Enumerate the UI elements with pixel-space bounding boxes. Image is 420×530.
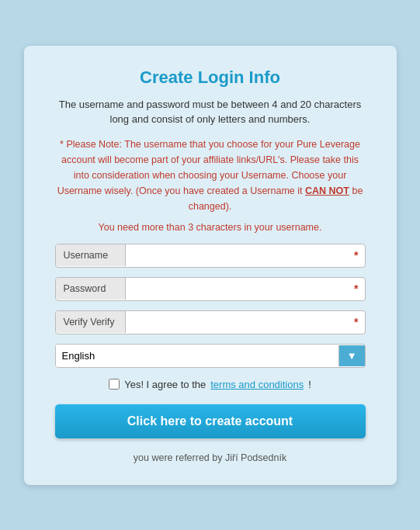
page-title: Create Login Info: [55, 68, 366, 88]
terms-label-prefix: Yes! I agree to the: [124, 379, 206, 390]
verify-required-star: *: [348, 316, 364, 328]
terms-checkbox[interactable]: [109, 379, 120, 390]
create-account-button[interactable]: Click here to create account: [55, 404, 366, 438]
dropdown-arrow-icon: ▼: [338, 345, 365, 366]
password-label: Password: [56, 278, 126, 300]
username-required-star: *: [348, 249, 364, 262]
description-text: The username and password must be betwee…: [55, 97, 366, 127]
validation-message: You need more than 3 characters in your …: [55, 222, 366, 233]
terms-row: Yes! I agree to the terms and conditions…: [55, 379, 366, 390]
registration-card: Create Login Info The username and passw…: [24, 46, 397, 485]
referral-text: you were referred by Jiří Podsedník: [55, 452, 366, 463]
cannot-text: CAN NOT: [305, 185, 349, 196]
verify-input[interactable]: [126, 311, 349, 334]
password-input[interactable]: [126, 278, 349, 300]
terms-label-suffix: !: [308, 379, 311, 390]
verify-label: Verify Verify: [56, 311, 126, 333]
verify-group: Verify Verify *: [55, 310, 366, 334]
password-group: Password *: [55, 277, 366, 301]
language-select[interactable]: English Spanish French German: [56, 345, 338, 367]
username-input[interactable]: [126, 244, 349, 267]
password-required-star: *: [348, 282, 364, 295]
note-text: * Please Note: The username that you cho…: [55, 137, 366, 214]
username-label: Username: [56, 244, 126, 266]
username-group: Username *: [55, 244, 366, 268]
terms-link[interactable]: terms and conditions: [210, 379, 304, 390]
language-group: English Spanish French German ▼: [55, 344, 366, 368]
